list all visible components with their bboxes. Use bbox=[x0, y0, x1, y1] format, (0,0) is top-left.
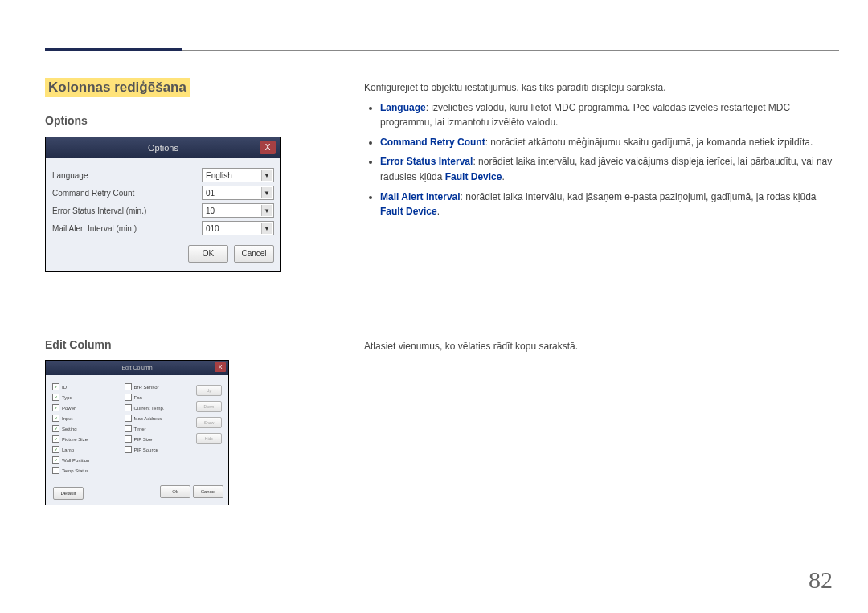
mai-value: 010 bbox=[206, 224, 219, 233]
options-dialog-buttons: OK Cancel bbox=[46, 237, 280, 271]
cancel-button[interactable]: Cancel bbox=[234, 245, 274, 263]
checkbox-item[interactable]: Current Temp. bbox=[125, 403, 192, 413]
checkbox-label: Input bbox=[62, 416, 72, 421]
checkbox-icon[interactable]: ✓ bbox=[52, 394, 59, 401]
language-value: English bbox=[206, 171, 232, 180]
section-title: Kolonnas rediģēšana bbox=[45, 78, 190, 97]
down-button[interactable]: Down bbox=[196, 401, 222, 412]
checkbox-label: Lamp bbox=[62, 447, 74, 452]
checkbox-label: Type bbox=[62, 395, 72, 400]
option-row-mai: Mail Alert Interval (min.) 010 ▼ bbox=[52, 219, 274, 237]
option-row-language: Language English ▼ bbox=[52, 166, 274, 184]
close-icon[interactable]: X bbox=[260, 141, 276, 154]
hide-button[interactable]: Hide bbox=[196, 433, 222, 444]
bullet-mai: Mail Alert Interval: norādiet laika inte… bbox=[380, 190, 836, 219]
checkbox-icon[interactable] bbox=[125, 383, 132, 390]
fault-device-link: Fault Device bbox=[380, 206, 437, 217]
up-button[interactable]: Up bbox=[196, 385, 222, 396]
checkbox-icon[interactable] bbox=[125, 446, 132, 453]
option-row-esi: Error Status Interval (min.) 10 ▼ bbox=[52, 202, 274, 219]
text-language: : izvēlieties valodu, kuru lietot MDC pr… bbox=[380, 102, 790, 129]
chevron-down-icon: ▼ bbox=[261, 223, 272, 234]
default-button[interactable]: Default bbox=[53, 487, 84, 500]
option-row-crc: Command Retry Count 01 ▼ bbox=[52, 184, 274, 202]
checkbox-icon[interactable] bbox=[125, 394, 132, 401]
checkbox-item[interactable]: BrR Sensor bbox=[125, 382, 192, 392]
checkbox-item[interactable]: ✓Type bbox=[52, 392, 120, 403]
checkbox-label: BrR Sensor bbox=[134, 385, 159, 390]
checkbox-icon[interactable] bbox=[52, 467, 59, 474]
checkbox-label: Setting bbox=[62, 427, 77, 431]
fault-device-link: Fault Device bbox=[445, 171, 502, 182]
crc-value: 01 bbox=[206, 189, 215, 198]
checkbox-item[interactable]: Temp Status bbox=[52, 465, 120, 476]
options-dialog-titlebar: Options X bbox=[46, 137, 280, 158]
checkbox-icon[interactable]: ✓ bbox=[52, 425, 59, 432]
checkbox-label: Power bbox=[62, 406, 76, 411]
options-heading: Options bbox=[45, 114, 88, 127]
checkbox-item[interactable]: Timer bbox=[125, 423, 192, 434]
option-label: Mail Alert Interval (min.) bbox=[52, 224, 202, 233]
checkbox-item[interactable]: ✓Setting bbox=[52, 423, 120, 434]
checkbox-item[interactable]: ✓Power bbox=[52, 403, 120, 413]
checkbox-item[interactable]: Fan bbox=[125, 392, 192, 403]
show-button[interactable]: Show bbox=[196, 417, 222, 428]
close-icon[interactable]: X bbox=[215, 362, 226, 372]
bullet-esi: Error Status Interval: norādiet laika in… bbox=[380, 154, 836, 184]
options-dialog-body: Language English ▼ Command Retry Count 0… bbox=[46, 158, 280, 237]
options-dialog: Options X Language English ▼ Command Ret… bbox=[45, 137, 281, 272]
checkbox-icon[interactable]: ✓ bbox=[52, 383, 59, 390]
checkbox-label: Temp Status bbox=[62, 468, 88, 473]
bullet-crc: Command Retry Count: norādiet atkārtotu … bbox=[380, 135, 836, 150]
checkbox-icon[interactable] bbox=[125, 404, 132, 411]
page-rule-accent bbox=[45, 48, 182, 51]
checkbox-icon[interactable]: ✓ bbox=[52, 404, 59, 411]
checkbox-icon[interactable]: ✓ bbox=[52, 456, 59, 464]
esi-value: 10 bbox=[206, 206, 215, 215]
edit-column-col1: ✓ID✓Type✓Power✓Input✓Setting✓Picture Siz… bbox=[52, 382, 120, 476]
edit-column-titlebar: Edit Column X bbox=[46, 361, 228, 375]
checkbox-label: Fan bbox=[134, 395, 142, 400]
checkbox-icon[interactable]: ✓ bbox=[52, 415, 59, 422]
checkbox-item[interactable]: ✓Wall Position bbox=[52, 455, 120, 465]
checkbox-item[interactable]: PIP Size bbox=[125, 434, 192, 444]
checkbox-item[interactable]: ✓Lamp bbox=[52, 444, 120, 455]
term-crc: Command Retry Count bbox=[380, 137, 485, 148]
chevron-down-icon: ▼ bbox=[261, 205, 272, 216]
edit-column-title: Edit Column bbox=[121, 365, 152, 370]
options-dialog-title: Options bbox=[148, 143, 178, 153]
checkbox-icon[interactable]: ✓ bbox=[52, 435, 59, 443]
checkbox-icon[interactable] bbox=[125, 425, 132, 432]
edit-column-footer: Default Ok Cancel bbox=[46, 479, 228, 505]
checkbox-item[interactable]: Mac Address bbox=[125, 413, 192, 423]
options-intro: Konfigurējiet to objektu iestatījumus, k… bbox=[364, 80, 836, 96]
option-label: Error Status Interval (min.) bbox=[52, 206, 202, 215]
checkbox-item[interactable]: ✓Picture Size bbox=[52, 434, 120, 444]
checkbox-label: Current Temp. bbox=[134, 406, 165, 411]
ok-button[interactable]: OK bbox=[188, 245, 228, 263]
page-number: 82 bbox=[809, 566, 833, 594]
checkbox-icon[interactable]: ✓ bbox=[52, 446, 59, 453]
checkbox-icon[interactable] bbox=[125, 435, 132, 443]
ok-button[interactable]: Ok bbox=[160, 485, 190, 498]
chevron-down-icon: ▼ bbox=[261, 170, 272, 181]
edit-column-col2: BrR SensorFanCurrent Temp.Mac AddressTim… bbox=[125, 382, 192, 476]
cancel-button[interactable]: Cancel bbox=[193, 485, 223, 498]
checkbox-item[interactable]: ✓Input bbox=[52, 413, 120, 423]
checkbox-label: PIP Size bbox=[134, 437, 153, 442]
edit-column-heading: Edit Column bbox=[45, 338, 111, 351]
crc-select[interactable]: 01 ▼ bbox=[202, 186, 274, 200]
checkbox-item[interactable]: ✓ID bbox=[52, 382, 120, 392]
mai-select[interactable]: 010 ▼ bbox=[202, 221, 274, 235]
checkbox-label: Timer bbox=[134, 427, 146, 431]
checkbox-label: Wall Position bbox=[62, 458, 89, 463]
checkbox-icon[interactable] bbox=[125, 415, 132, 422]
checkbox-label: ID bbox=[62, 385, 67, 390]
bullet-language: Language: izvēlieties valodu, kuru lieto… bbox=[380, 100, 836, 130]
checkbox-label: Picture Size bbox=[62, 437, 88, 442]
checkbox-item[interactable]: PIP Source bbox=[125, 444, 192, 455]
chevron-down-icon: ▼ bbox=[261, 187, 272, 198]
esi-select[interactable]: 10 ▼ bbox=[202, 203, 274, 218]
language-select[interactable]: English ▼ bbox=[202, 168, 274, 182]
options-body-text: Konfigurējiet to objektu iestatījumus, k… bbox=[364, 80, 836, 224]
